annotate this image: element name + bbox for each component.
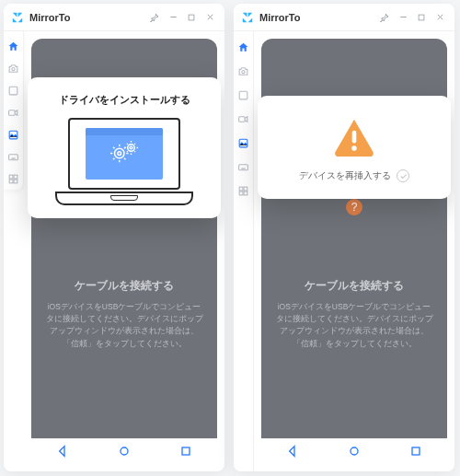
svg-rect-8	[9, 180, 13, 183]
android-navbar	[261, 438, 447, 464]
sidebar-item-toolbox[interactable]	[234, 179, 254, 203]
section-title: ケーブルを接続する	[75, 278, 174, 294]
svg-rect-21	[239, 164, 248, 169]
svg-rect-4	[9, 131, 17, 139]
sidebar-item-gallery[interactable]	[234, 131, 254, 155]
section-desc: iOSデバイスをUSBケーブルでコンピュータに接続してください。デバイスにポップ…	[261, 294, 447, 350]
svg-rect-23	[244, 187, 247, 191]
app-title: MirrorTo	[29, 12, 70, 23]
svg-rect-22	[239, 187, 243, 191]
nav-recent-button[interactable]	[178, 444, 193, 459]
svg-point-14	[128, 145, 135, 152]
confirm-check-icon[interactable]	[397, 169, 409, 182]
app-title: MirrorTo	[259, 12, 300, 23]
nav-home-button[interactable]	[347, 444, 362, 459]
svg-rect-18	[239, 91, 247, 99]
svg-point-26	[351, 447, 358, 455]
section-title: ケーブルを接続する	[305, 278, 404, 294]
sidebar-item-gallery[interactable]	[4, 123, 24, 145]
svg-rect-7	[14, 175, 17, 179]
pin-button[interactable]	[147, 10, 162, 25]
svg-rect-0	[189, 15, 194, 20]
svg-rect-16	[419, 15, 424, 20]
sidebar-item-home[interactable]	[4, 35, 24, 57]
app-logo-icon	[241, 11, 254, 24]
laptop-illustration	[55, 118, 193, 205]
app-window-left: MirrorTo ? ケーブルを接続する iOS	[4, 4, 224, 471]
svg-rect-9	[14, 180, 17, 183]
titlebar: MirrorTo	[234, 4, 454, 31]
svg-point-12	[115, 148, 125, 158]
warning-icon	[332, 116, 376, 157]
sidebar	[234, 31, 254, 471]
sidebar-item-record[interactable]	[4, 101, 24, 123]
svg-rect-19	[239, 116, 246, 121]
svg-rect-2	[9, 87, 17, 95]
svg-rect-6	[9, 175, 13, 179]
sidebar-item-screenshot[interactable]	[234, 83, 254, 107]
maximize-button[interactable]	[414, 10, 429, 25]
svg-rect-28	[352, 131, 357, 144]
svg-rect-24	[239, 192, 243, 195]
nav-home-button[interactable]	[117, 444, 132, 459]
svg-rect-25	[244, 192, 247, 195]
svg-point-10	[121, 447, 128, 455]
sidebar	[4, 31, 24, 190]
sidebar-item-keyboard[interactable]	[4, 145, 24, 168]
install-driver-modal: ドライバをインストールする	[28, 77, 221, 218]
sidebar-item-camera[interactable]	[234, 59, 254, 83]
sidebar-item-record[interactable]	[234, 107, 254, 131]
svg-point-17	[242, 70, 245, 73]
minimize-button[interactable]	[166, 10, 180, 25]
app-logo-icon	[11, 11, 24, 24]
svg-rect-20	[239, 139, 247, 147]
sidebar-item-screenshot[interactable]	[4, 79, 24, 101]
sidebar-item-camera[interactable]	[4, 57, 24, 79]
sidebar-item-toolbox[interactable]	[4, 168, 24, 190]
gears-icon	[108, 139, 141, 168]
close-button[interactable]	[202, 10, 217, 25]
sidebar-item-home[interactable]	[234, 35, 254, 59]
close-button[interactable]	[432, 10, 447, 25]
nav-recent-button[interactable]	[408, 444, 423, 459]
nav-back-button[interactable]	[55, 444, 70, 459]
svg-point-1	[12, 67, 15, 70]
svg-rect-11	[182, 447, 190, 455]
svg-point-15	[130, 146, 132, 149]
modal-sub-text: デバイスを再挿入する	[299, 169, 391, 182]
sidebar-item-keyboard[interactable]	[234, 155, 254, 179]
modal-title: ドライバをインストールする	[59, 94, 190, 107]
pin-button[interactable]	[377, 10, 392, 25]
app-window-right: MirrorTo ? ケーブルを接続する iOS	[234, 4, 454, 471]
modal-sub-row: デバイスを再挿入する	[299, 169, 409, 182]
help-badge[interactable]: ?	[346, 199, 362, 215]
svg-point-29	[351, 145, 357, 151]
svg-rect-3	[9, 110, 16, 114]
svg-rect-5	[9, 154, 18, 159]
nav-back-button[interactable]	[285, 444, 300, 459]
titlebar: MirrorTo	[4, 4, 224, 31]
minimize-button[interactable]	[396, 10, 410, 25]
svg-rect-27	[412, 447, 420, 455]
maximize-button[interactable]	[184, 10, 199, 25]
android-navbar	[31, 438, 217, 464]
reinsert-device-modal: デバイスを再挿入する	[258, 96, 451, 199]
section-desc: iOSデバイスをUSBケーブルでコンピュータに接続してください。デバイスにポップ…	[31, 294, 217, 350]
svg-point-13	[118, 152, 121, 156]
